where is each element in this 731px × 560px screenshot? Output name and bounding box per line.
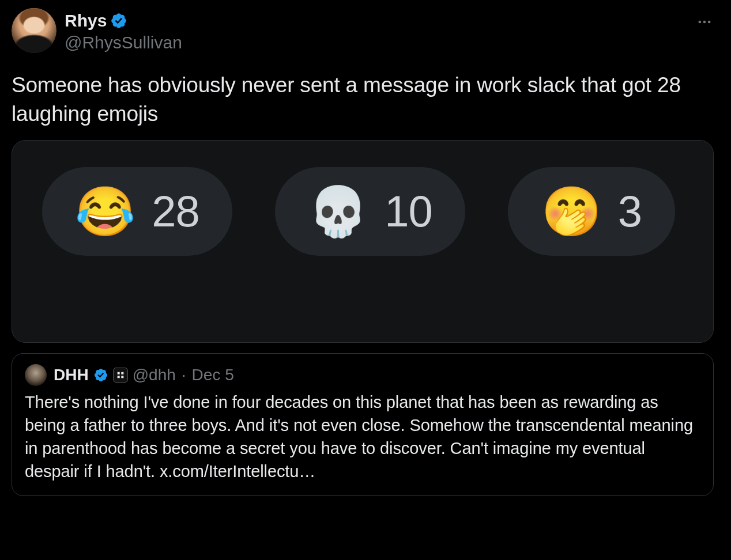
reaction-pill-laughing: 😂 28 [42, 167, 232, 256]
author-avatar[interactable] [12, 8, 56, 53]
tweet-text: Someone has obviously never sent a messa… [12, 71, 719, 128]
verified-badge-icon [110, 12, 127, 29]
author-display-name[interactable]: Rhys [65, 10, 107, 31]
svg-point-1 [703, 21, 706, 24]
affiliate-badge-icon [113, 368, 128, 383]
reaction-count: 28 [152, 186, 199, 236]
display-name-row: Rhys [65, 10, 182, 31]
embedded-media[interactable]: 😂 28 💀 10 🤭 3 [12, 140, 714, 343]
quote-author-handle[interactable]: @dhh [133, 366, 176, 384]
quote-author-avatar[interactable] [25, 364, 47, 386]
reaction-count: 10 [385, 186, 432, 236]
quote-tweet-header: DHH @dhh · Dec 5 [25, 364, 700, 386]
svg-point-0 [699, 21, 702, 24]
author-name-column: Rhys @RhysSullivan [65, 8, 182, 54]
tweet-container: Rhys @RhysSullivan Someone has obviously… [0, 0, 731, 496]
more-icon [696, 14, 713, 30]
reaction-count: 3 [618, 186, 642, 236]
quote-author-display-name[interactable]: DHH [54, 366, 89, 384]
quote-date[interactable]: Dec 5 [192, 366, 234, 384]
author-handle[interactable]: @RhysSullivan [65, 31, 182, 54]
laughing-emoji-icon: 😂 [75, 187, 135, 236]
more-options-button[interactable] [693, 10, 716, 33]
reaction-pill-hand-over-mouth: 🤭 3 [508, 167, 675, 256]
verified-badge-icon [93, 368, 108, 383]
quote-tweet-text: There's nothing I've done in four decade… [25, 391, 700, 483]
hand-over-mouth-emoji-icon: 🤭 [541, 187, 602, 236]
reaction-pill-skull: 💀 10 [275, 167, 465, 256]
quote-text-body: There's nothing I've done in four decade… [25, 393, 693, 480]
quote-link[interactable]: x.com/IterIntellectu… [160, 462, 315, 480]
tweet-header: Rhys @RhysSullivan [12, 8, 719, 54]
quote-tweet[interactable]: DHH @dhh · Dec 5 There's nothing I've do… [12, 353, 714, 496]
svg-point-2 [708, 21, 711, 24]
skull-emoji-icon: 💀 [308, 187, 368, 236]
separator-dot: · [182, 366, 186, 384]
